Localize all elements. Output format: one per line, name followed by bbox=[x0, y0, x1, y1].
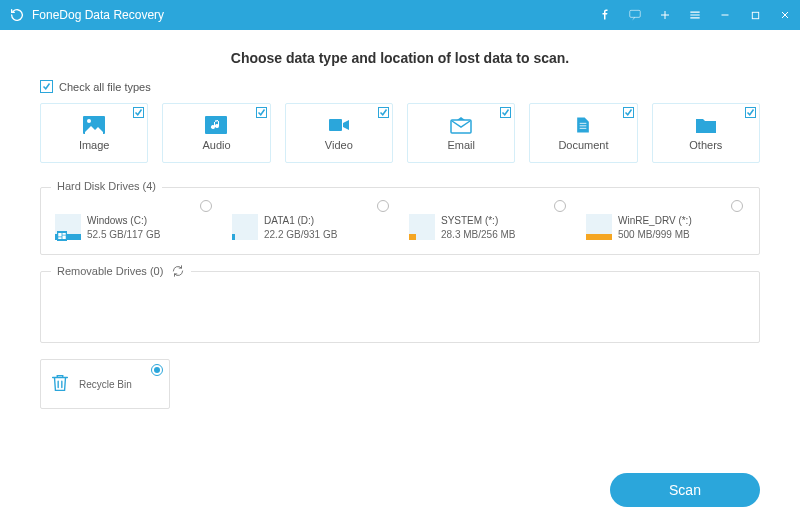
type-card-document[interactable]: Document bbox=[529, 103, 637, 163]
main-content: Choose data type and location of lost da… bbox=[0, 30, 800, 523]
drive-icon bbox=[586, 214, 612, 240]
app-title: FoneDog Data Recovery bbox=[32, 8, 164, 22]
svg-rect-1 bbox=[752, 12, 758, 18]
type-card-label: Document bbox=[558, 139, 608, 151]
type-card-image[interactable]: Image bbox=[40, 103, 148, 163]
app-logo-icon bbox=[8, 6, 26, 24]
drive-name: WinRE_DRV (*:) bbox=[618, 214, 692, 228]
recycle-bin-card[interactable]: Recycle Bin bbox=[40, 359, 170, 409]
drive-item[interactable]: WinRE_DRV (*:) 500 MB/999 MB bbox=[582, 200, 749, 244]
checkbox-icon bbox=[745, 107, 756, 118]
drive-name: DATA1 (D:) bbox=[264, 214, 337, 228]
drive-space: 28.3 MB/256 MB bbox=[441, 228, 515, 242]
facebook-icon[interactable] bbox=[590, 0, 620, 30]
type-card-others[interactable]: Others bbox=[652, 103, 760, 163]
titlebar: FoneDog Data Recovery bbox=[0, 0, 800, 30]
minimize-icon[interactable] bbox=[710, 0, 740, 30]
drive-item[interactable]: DATA1 (D:) 22.2 GB/931 GB bbox=[228, 200, 395, 244]
radio-icon bbox=[554, 200, 566, 212]
radio-icon bbox=[200, 200, 212, 212]
document-icon bbox=[571, 115, 595, 135]
close-icon[interactable] bbox=[770, 0, 800, 30]
drive-icon bbox=[55, 214, 81, 240]
file-types-row: Image Audio Video Email bbox=[40, 103, 760, 163]
radio-icon bbox=[731, 200, 743, 212]
audio-icon bbox=[204, 115, 228, 135]
video-icon bbox=[327, 115, 351, 135]
check-all-label: Check all file types bbox=[59, 81, 151, 93]
email-icon bbox=[449, 115, 473, 135]
hard-disk-group: Hard Disk Drives (4) Windows (C:) 52.5 G… bbox=[40, 187, 760, 255]
checkbox-icon bbox=[378, 107, 389, 118]
hard-disk-legend: Hard Disk Drives (4) bbox=[51, 180, 162, 192]
maximize-icon[interactable] bbox=[740, 0, 770, 30]
drive-space: 500 MB/999 MB bbox=[618, 228, 692, 242]
refresh-icon[interactable] bbox=[171, 264, 185, 278]
type-card-label: Others bbox=[689, 139, 722, 151]
page-heading: Choose data type and location of lost da… bbox=[40, 50, 760, 66]
type-card-email[interactable]: Email bbox=[407, 103, 515, 163]
drive-icon bbox=[232, 214, 258, 240]
trash-icon bbox=[49, 372, 71, 397]
drive-icon bbox=[409, 214, 435, 240]
checkbox-icon bbox=[623, 107, 634, 118]
type-card-video[interactable]: Video bbox=[285, 103, 393, 163]
checkbox-icon bbox=[40, 80, 53, 93]
drive-space: 52.5 GB/117 GB bbox=[87, 228, 160, 242]
type-card-label: Video bbox=[325, 139, 353, 151]
drive-item[interactable]: Windows (C:) 52.5 GB/117 GB bbox=[51, 200, 218, 244]
removable-drives-group: Removable Drives (0) bbox=[40, 271, 760, 343]
type-card-audio[interactable]: Audio bbox=[162, 103, 270, 163]
image-icon bbox=[82, 115, 106, 135]
svg-rect-0 bbox=[630, 10, 641, 17]
drive-name: Windows (C:) bbox=[87, 214, 160, 228]
plus-icon[interactable] bbox=[650, 0, 680, 30]
checkbox-icon bbox=[133, 107, 144, 118]
svg-point-3 bbox=[87, 119, 91, 123]
checkbox-icon bbox=[500, 107, 511, 118]
drive-name: SYSTEM (*:) bbox=[441, 214, 515, 228]
radio-icon bbox=[151, 364, 163, 376]
check-all-filetypes[interactable]: Check all file types bbox=[40, 80, 760, 93]
drive-space: 22.2 GB/931 GB bbox=[264, 228, 337, 242]
type-card-label: Image bbox=[79, 139, 110, 151]
removable-legend: Removable Drives (0) bbox=[57, 265, 163, 277]
recycle-bin-label: Recycle Bin bbox=[79, 379, 132, 390]
menu-icon[interactable] bbox=[680, 0, 710, 30]
type-card-label: Audio bbox=[202, 139, 230, 151]
scan-button[interactable]: Scan bbox=[610, 473, 760, 507]
folder-icon bbox=[694, 115, 718, 135]
radio-icon bbox=[377, 200, 389, 212]
feedback-icon[interactable] bbox=[620, 0, 650, 30]
drive-item[interactable]: SYSTEM (*:) 28.3 MB/256 MB bbox=[405, 200, 572, 244]
svg-rect-5 bbox=[329, 119, 342, 131]
type-card-label: Email bbox=[447, 139, 475, 151]
checkbox-icon bbox=[256, 107, 267, 118]
